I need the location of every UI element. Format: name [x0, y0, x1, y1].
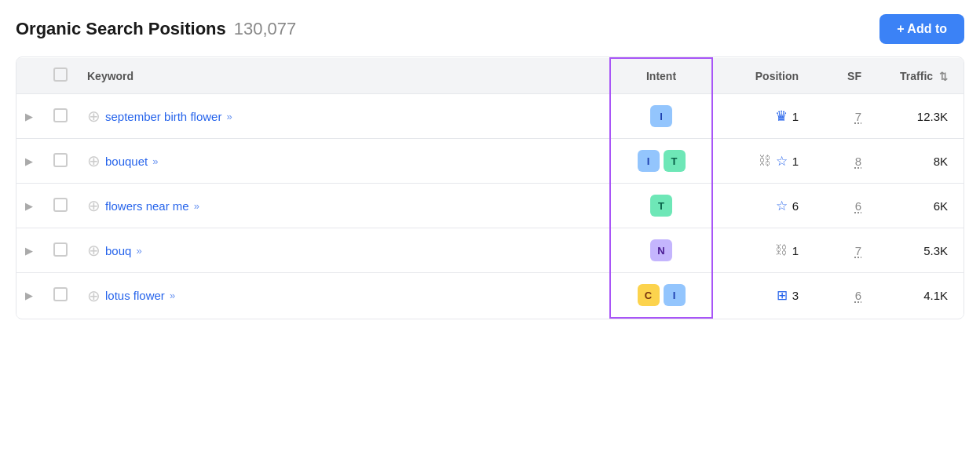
traffic-filter-icon[interactable]: ⇅	[939, 71, 948, 82]
position-value: 1	[792, 110, 799, 123]
traffic-value: 12.3K	[917, 110, 948, 123]
row-intent: I	[610, 94, 712, 139]
add-keyword-icon[interactable]: ⊕	[87, 151, 101, 170]
link-icon: ⛓	[759, 154, 771, 168]
row-expand-toggle[interactable]: ▶	[16, 273, 42, 319]
traffic-value: 6K	[934, 199, 948, 213]
col-sf-header: SF	[814, 58, 869, 94]
row-keyword[interactable]: ⊕ bouquet »	[79, 139, 610, 184]
row-keyword[interactable]: ⊕ september birth flower »	[79, 94, 610, 139]
keyword-text[interactable]: lotus flower	[105, 289, 165, 302]
sf-value: 6	[855, 289, 861, 302]
row-position: ⛓1	[712, 228, 814, 273]
keyword-text[interactable]: bouq	[105, 244, 131, 257]
sf-value: 7	[855, 110, 861, 123]
row-position: ♛1	[712, 94, 814, 139]
row-expand-toggle[interactable]: ▶	[16, 94, 42, 139]
row-traffic: 12.3K	[869, 94, 964, 139]
add-keyword-icon[interactable]: ⊕	[87, 107, 101, 126]
col-checkbox-header[interactable]	[42, 58, 79, 94]
row-traffic: 8K	[869, 139, 964, 184]
col-keyword-header: Keyword	[79, 58, 610, 94]
col-position-header: Position	[712, 58, 814, 94]
row-position: ⊞3	[712, 273, 814, 319]
row-expand-toggle[interactable]: ▶	[16, 228, 42, 273]
keyword-expand-icon[interactable]: »	[170, 290, 175, 301]
table-row: ▶ ⊕ flowers near me » T☆666K	[16, 184, 964, 228]
row-sf: 6	[814, 273, 869, 319]
page-title: Organic Search Positions	[16, 19, 226, 39]
intent-badge-t: T	[650, 195, 672, 217]
keyword-expand-icon[interactable]: »	[136, 245, 141, 257]
row-expand-toggle[interactable]: ▶	[16, 184, 42, 228]
keyword-expand-icon[interactable]: »	[226, 111, 232, 122]
traffic-value: 4.1K	[923, 289, 948, 302]
row-position: ⛓☆1	[712, 139, 814, 184]
row-checkbox-box[interactable]	[53, 287, 68, 301]
row-checkbox[interactable]	[42, 184, 79, 228]
row-checkbox-box[interactable]	[53, 242, 68, 257]
row-sf: 6	[814, 184, 869, 228]
intent-badge-i: I	[650, 105, 672, 127]
add-keyword-icon[interactable]: ⊕	[87, 196, 101, 215]
row-checkbox[interactable]	[42, 139, 79, 184]
row-checkbox-box[interactable]	[53, 108, 68, 122]
image-icon: ⊞	[777, 287, 788, 304]
row-checkbox[interactable]	[42, 273, 79, 319]
row-keyword[interactable]: ⊕ lotus flower »	[79, 273, 610, 319]
intent-badge-t: T	[664, 150, 686, 172]
row-keyword[interactable]: ⊕ flowers near me »	[79, 184, 610, 228]
row-position: ☆6	[712, 184, 814, 228]
header-row: Organic Search Positions 130,077 + Add t…	[16, 14, 964, 44]
row-checkbox-box[interactable]	[53, 198, 68, 212]
position-value: 3	[792, 289, 799, 302]
row-intent: CI	[610, 273, 712, 319]
table-header-row: Keyword Intent Position SF Traffic ⇅	[16, 58, 964, 94]
table-row: ▶ ⊕ bouq » N⛓175.3K	[16, 228, 964, 273]
row-sf: 7	[814, 94, 869, 139]
add-keyword-icon[interactable]: ⊕	[87, 286, 101, 305]
add-keyword-icon[interactable]: ⊕	[87, 241, 101, 260]
crown-icon: ♛	[775, 108, 788, 125]
traffic-value: 8K	[934, 155, 948, 168]
traffic-value: 5.3K	[923, 244, 948, 257]
link-icon: ⛓	[775, 243, 788, 257]
data-table: Keyword Intent Position SF Traffic ⇅	[16, 57, 964, 319]
row-traffic: 6K	[869, 184, 964, 228]
row-traffic: 4.1K	[869, 273, 964, 319]
title-area: Organic Search Positions 130,077	[16, 19, 296, 39]
title-count: 130,077	[234, 19, 297, 39]
star-icon: ☆	[776, 198, 788, 214]
position-value: 1	[792, 155, 799, 168]
row-keyword[interactable]: ⊕ bouq »	[79, 228, 610, 273]
sf-value: 6	[855, 199, 861, 213]
table-row: ▶ ⊕ lotus flower » CI⊞364.1K	[16, 273, 964, 319]
position-value: 1	[792, 244, 799, 257]
row-sf: 7	[814, 228, 869, 273]
star-icon: ☆	[776, 153, 788, 170]
table-row: ▶ ⊕ bouquet » IT⛓☆188K	[16, 139, 964, 184]
keyword-expand-icon[interactable]: »	[194, 200, 199, 212]
keyword-text[interactable]: bouquet	[105, 155, 148, 168]
keyword-text[interactable]: september birth flower	[105, 110, 221, 123]
row-sf: 8	[814, 139, 869, 184]
select-all-checkbox[interactable]	[53, 67, 68, 82]
sf-value: 8	[855, 155, 861, 168]
row-checkbox-box[interactable]	[53, 153, 68, 167]
intent-badge-n: N	[650, 239, 672, 261]
row-intent: IT	[610, 139, 712, 184]
keyword-expand-icon[interactable]: »	[152, 155, 158, 167]
intent-badge-c: C	[638, 284, 660, 306]
sf-value: 7	[855, 244, 861, 257]
keyword-text[interactable]: flowers near me	[105, 199, 189, 213]
col-traffic-header[interactable]: Traffic ⇅	[869, 58, 964, 94]
row-traffic: 5.3K	[869, 228, 964, 273]
row-expand-toggle[interactable]: ▶	[16, 139, 42, 184]
add-to-button[interactable]: + Add to	[879, 14, 964, 44]
table-row: ▶ ⊕ september birth flower » I♛1712.3K	[16, 94, 964, 139]
col-expand-header	[16, 58, 42, 94]
row-checkbox[interactable]	[42, 94, 79, 139]
row-checkbox[interactable]	[42, 228, 79, 273]
intent-badge-i: I	[638, 150, 660, 172]
col-intent-header: Intent	[610, 58, 712, 94]
